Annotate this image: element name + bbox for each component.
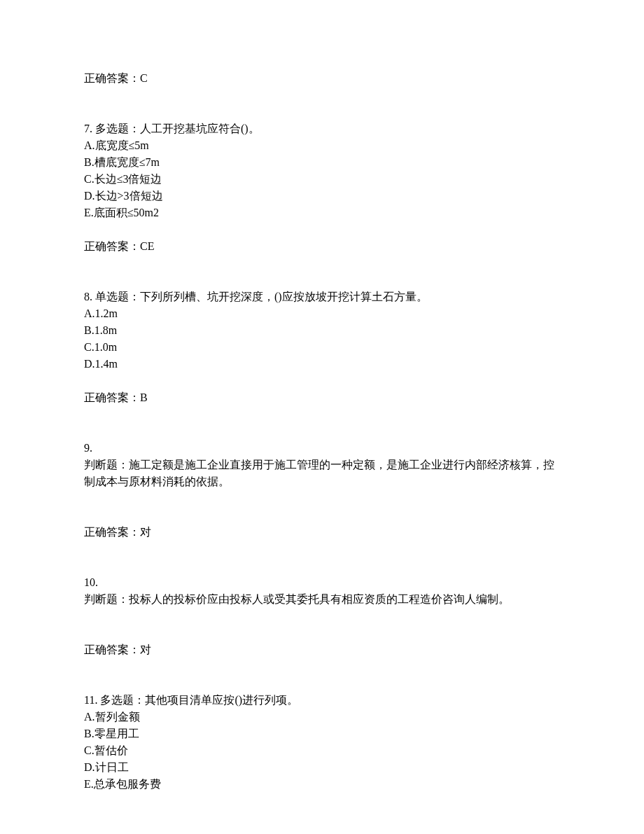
answer-text: 正确答案：B <box>84 389 560 406</box>
question-header: 11. 多选题：其他项目清单应按()进行列项。 <box>84 692 560 709</box>
option-d: D.1.4m <box>84 356 560 373</box>
answer-text: 正确答案：CE <box>84 238 560 255</box>
question-header: 7. 多选题：人工开挖基坑应符合()。 <box>84 120 560 137</box>
option-e: E.底面积≤50m2 <box>84 204 560 221</box>
option-c: C.暂估价 <box>84 742 560 759</box>
question-11: 11. 多选题：其他项目清单应按()进行列项。 A.暂列金额 B.零星用工 C.… <box>84 692 560 793</box>
answer-text: 正确答案：C <box>84 70 560 87</box>
option-e: E.总承包服务费 <box>84 776 560 793</box>
answer-text: 正确答案：对 <box>84 641 560 658</box>
question-header: 8. 单选题：下列所列槽、坑开挖深度，()应按放坡开挖计算土石方量。 <box>84 289 560 305</box>
option-c: C.1.0m <box>84 339 560 356</box>
option-d: D.长边>3倍短边 <box>84 188 560 204</box>
question-header: 判断题：施工定额是施工企业直接用于施工管理的一种定额，是施工企业进行内部经济核算… <box>84 457 560 490</box>
question-number: 9. <box>84 440 560 457</box>
question-number: 10. <box>84 574 560 591</box>
option-b: B.零星用工 <box>84 725 560 742</box>
option-c: C.长边≤3倍短边 <box>84 171 560 188</box>
question-7: 7. 多选题：人工开挖基坑应符合()。 A.底宽度≤5m B.槽底宽度≤7m C… <box>84 120 560 255</box>
question-6-answer: 正确答案：C <box>84 70 560 87</box>
question-10: 10. 判断题：投标人的投标价应由投标人或受其委托具有相应资质的工程造价咨询人编… <box>84 574 560 658</box>
option-a: A.暂列金额 <box>84 709 560 725</box>
question-8: 8. 单选题：下列所列槽、坑开挖深度，()应按放坡开挖计算土石方量。 A.1.2… <box>84 289 560 406</box>
option-b: B.1.8m <box>84 322 560 339</box>
option-a: A.1.2m <box>84 305 560 322</box>
answer-text: 正确答案：对 <box>84 524 560 541</box>
question-9: 9. 判断题：施工定额是施工企业直接用于施工管理的一种定额，是施工企业进行内部经… <box>84 440 560 541</box>
question-header: 判断题：投标人的投标价应由投标人或受其委托具有相应资质的工程造价咨询人编制。 <box>84 591 560 608</box>
option-a: A.底宽度≤5m <box>84 137 560 154</box>
option-d: D.计日工 <box>84 759 560 776</box>
option-b: B.槽底宽度≤7m <box>84 154 560 171</box>
